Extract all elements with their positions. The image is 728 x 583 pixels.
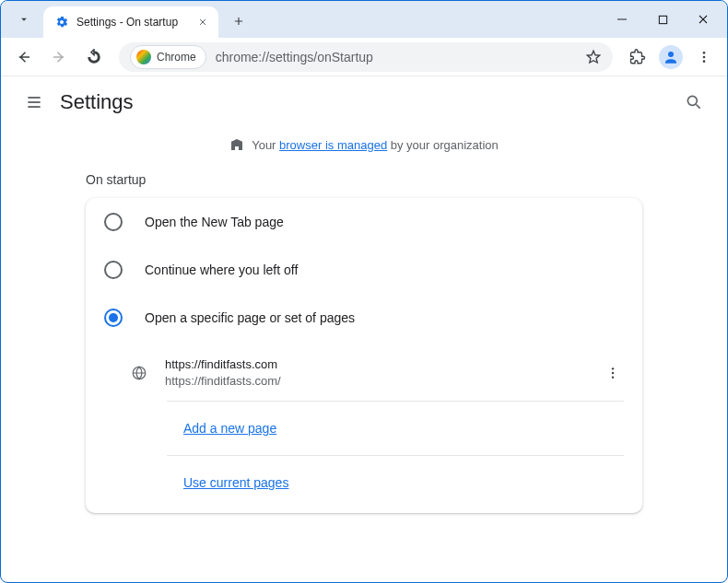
svg-point-3 (703, 55, 706, 58)
profile-button[interactable] (659, 45, 683, 69)
browser-tab[interactable]: Settings - On startup (43, 6, 218, 38)
svg-point-4 (703, 60, 706, 63)
svg-point-7 (612, 367, 614, 369)
arrow-right-icon (51, 49, 67, 65)
use-current-pages-link[interactable]: Use current pages (183, 475, 288, 490)
svg-point-5 (687, 96, 697, 105)
radio-button[interactable] (104, 261, 123, 279)
forward-button[interactable] (43, 41, 75, 73)
site-chip[interactable]: Chrome (130, 45, 206, 69)
option-label: Open the New Tab page (145, 215, 284, 229)
user-icon (663, 49, 679, 65)
settings-header: Settings (1, 76, 727, 128)
window-minimize-button[interactable] (602, 3, 642, 36)
option-new-tab[interactable]: Open the New Tab page (86, 198, 642, 246)
back-button[interactable] (8, 41, 40, 73)
star-icon (585, 49, 602, 65)
startup-pages-section: https://finditfasts.com https://finditfa… (86, 342, 642, 513)
window-close-button[interactable] (683, 3, 723, 36)
radio-button[interactable] (104, 213, 123, 231)
url-text: chrome://settings/onStartup (216, 50, 576, 64)
startup-page-title: https://finditfasts.com (165, 356, 585, 373)
settings-menu-button[interactable] (16, 84, 53, 121)
svg-rect-0 (659, 16, 666, 23)
add-page-link[interactable]: Add a new page (183, 421, 276, 436)
close-tab-button[interactable] (194, 14, 211, 30)
svg-point-2 (703, 52, 706, 54)
startup-page-row: https://finditfasts.com https://finditfa… (130, 351, 624, 395)
svg-point-9 (612, 377, 614, 379)
globe-icon (130, 364, 148, 382)
divider (167, 455, 624, 456)
option-continue[interactable]: Continue where you left off (86, 246, 642, 294)
managed-link[interactable]: browser is managed (279, 138, 387, 152)
close-icon (198, 17, 207, 27)
search-icon (685, 93, 703, 111)
divider (167, 401, 624, 402)
building-icon (229, 137, 244, 152)
extensions-button[interactable] (622, 41, 653, 73)
option-label: Continue where you left off (145, 262, 298, 277)
svg-point-1 (668, 52, 674, 57)
svg-point-8 (612, 372, 614, 374)
reload-button[interactable] (78, 41, 110, 73)
reload-icon (86, 49, 102, 65)
window-titlebar: Settings - On startup (1, 1, 727, 38)
arrow-left-icon (16, 49, 32, 65)
browser-toolbar: Chrome chrome://settings/onStartup (1, 38, 727, 76)
startup-card: Open the New Tab page Continue where you… (86, 198, 642, 513)
minimize-icon (616, 14, 628, 25)
managed-prefix: Your (252, 138, 279, 152)
startup-page-url: https://finditfasts.com/ (165, 373, 585, 390)
settings-content: On startup Open the New Tab page Continu… (1, 161, 727, 513)
site-chip-label: Chrome (157, 51, 196, 64)
tab-search-button[interactable] (8, 4, 40, 35)
radio-button[interactable] (104, 309, 123, 327)
new-tab-button[interactable] (226, 8, 252, 34)
more-vert-icon (605, 366, 620, 380)
window-maximize-button[interactable] (642, 3, 683, 36)
settings-gear-icon (54, 15, 69, 29)
option-specific-pages[interactable]: Open a specific page or set of pages (86, 294, 642, 342)
more-vert-icon (697, 50, 711, 64)
option-label: Open a specific page or set of pages (145, 310, 355, 325)
puzzle-icon (629, 49, 646, 65)
section-label: On startup (1, 172, 727, 198)
maximize-icon (658, 15, 668, 25)
close-icon (698, 14, 709, 25)
managed-notice: Your browser is managed by your organiza… (1, 128, 727, 161)
managed-suffix: by your organization (387, 138, 499, 152)
chevron-down-icon (18, 13, 30, 26)
page-title: Settings (60, 90, 134, 114)
app-menu-button[interactable] (688, 41, 720, 73)
plus-icon (232, 15, 245, 28)
page-more-button[interactable] (602, 366, 624, 380)
tab-title: Settings - On startup (76, 16, 187, 29)
address-bar[interactable]: Chrome chrome://settings/onStartup (119, 42, 613, 72)
hamburger-icon (25, 93, 43, 111)
bookmark-button[interactable] (585, 49, 602, 65)
chrome-logo-icon (136, 50, 151, 64)
search-settings-button[interactable] (675, 84, 712, 121)
